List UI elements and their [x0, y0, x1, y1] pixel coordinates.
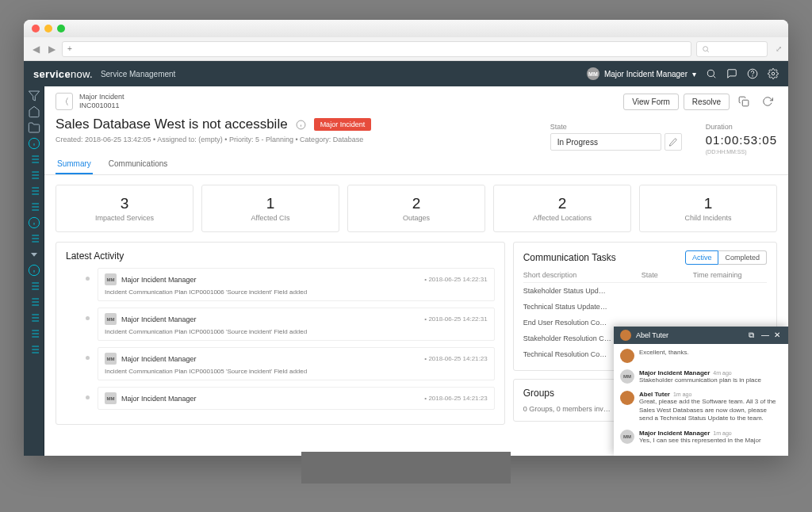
search-icon[interactable]: [706, 68, 717, 79]
record-type: Major Incident: [79, 93, 124, 101]
browser-search[interactable]: [696, 41, 768, 57]
chevron-down-icon: ▾: [692, 70, 696, 78]
mac-zoom-icon[interactable]: [57, 25, 65, 32]
user-menu[interactable]: MM Major Incident Manager ▾: [587, 67, 696, 80]
activity-avatar: MM: [105, 353, 117, 365]
info-icon[interactable]: [296, 120, 306, 130]
chat-msg-time: 1m ago: [713, 430, 731, 436]
activity-time: 2018-06-25 14:22:31: [424, 315, 487, 323]
activity-body: Incident Communication Plan ICP0001006 '…: [105, 328, 488, 335]
edit-state-button[interactable]: [665, 133, 682, 151]
chat-message: MMMajor Incident Manager1m agoYes, I can…: [620, 430, 782, 445]
list-icon[interactable]: [28, 153, 40, 166]
kpi-card[interactable]: 2Outages: [347, 185, 485, 232]
list-icon[interactable]: [28, 327, 40, 340]
home-icon[interactable]: [28, 105, 40, 118]
duration-format: (DD:HH:MM:SS): [706, 149, 777, 155]
sn-header: servicenow. Service Management MM Major …: [24, 61, 788, 86]
major-incident-badge: Major Incident: [314, 118, 372, 131]
activity-author: Major Incident Manager: [121, 276, 197, 284]
kpi-label: Affected CIs: [205, 214, 335, 222]
chat-msg-author: Major Incident Manager4m ago: [639, 369, 782, 376]
toggle-completed[interactable]: Completed: [718, 250, 767, 265]
chat-msg-text: Excellent, thanks.: [639, 349, 782, 357]
duration-value: 01:00:53:05: [706, 133, 777, 147]
list-icon[interactable]: [28, 311, 40, 324]
activity-item[interactable]: MMMajor Incident Manager2018-06-25 14:22…: [98, 268, 495, 301]
back-button[interactable]: 〈: [56, 93, 73, 110]
sn-logo: servicenow.: [33, 68, 93, 80]
kpi-label: Impacted Services: [59, 214, 190, 222]
resolve-button[interactable]: Resolve: [684, 94, 730, 110]
popout-icon[interactable]: ⧉: [749, 331, 756, 339]
chat-msg-text: Great, please add the Software team. All…: [639, 398, 782, 422]
svg-marker-31: [31, 253, 37, 257]
list-icon[interactable]: [28, 185, 40, 197]
record-title: Sales Database West is not accessbile: [56, 117, 288, 132]
filter-icon[interactable]: [28, 90, 40, 102]
monitor-stand: [301, 452, 511, 483]
chat-msg-author: Major Incident Manager1m ago: [639, 430, 782, 437]
fullscreen-icon[interactable]: ⤢: [776, 44, 782, 53]
activity-avatar: MM: [105, 313, 117, 325]
chat-msg-avatar: [620, 391, 634, 405]
comm-tasks-title: Communication Tasks: [523, 252, 616, 263]
chevron-down-icon[interactable]: [28, 248, 40, 261]
search-icon: [702, 45, 710, 53]
activity-time: 2018-06-25 14:21:23: [424, 395, 487, 402]
activity-avatar: MM: [105, 392, 117, 404]
chat-header[interactable]: Abel Tuter ⧉ — ✕: [614, 327, 788, 344]
sidebar-nav: [24, 86, 44, 456]
user-avatar: MM: [587, 67, 599, 80]
tab-summary[interactable]: Summary: [56, 155, 93, 174]
kpi-number: 1: [205, 195, 335, 212]
mac-minimize-icon[interactable]: [44, 25, 52, 32]
list-icon[interactable]: [28, 169, 40, 181]
activity-item[interactable]: MMMajor Incident Manager2018-06-25 14:21…: [98, 347, 495, 380]
info-icon[interactable]: [28, 216, 40, 229]
list-icon[interactable]: [28, 296, 40, 308]
view-form-button[interactable]: View Form: [623, 94, 679, 110]
user-name: Major Incident Manager: [604, 70, 688, 78]
list-icon[interactable]: [28, 232, 40, 245]
activity-item[interactable]: MMMajor Incident Manager2018-06-25 14:22…: [98, 308, 495, 341]
chat-msg-avatar: MM: [620, 369, 634, 384]
address-bar[interactable]: +: [62, 41, 691, 57]
gear-icon[interactable]: [768, 68, 779, 79]
list-icon[interactable]: [28, 280, 40, 292]
comm-tasks-toggle: Active Completed: [685, 250, 767, 265]
ct-col-state: State: [642, 271, 693, 279]
mac-close-icon[interactable]: [32, 25, 40, 32]
chat-icon[interactable]: [726, 68, 737, 79]
activity-avatar: MM: [105, 273, 117, 285]
state-field[interactable]: In Progress: [550, 133, 661, 151]
record-number: INC0010011: [79, 101, 124, 110]
comm-task-row[interactable]: Technical Status Update…: [523, 299, 767, 315]
info-icon[interactable]: [28, 137, 40, 150]
refresh-icon[interactable]: [758, 93, 777, 110]
copy-icon[interactable]: [734, 93, 753, 110]
kpi-label: Child Incidents: [643, 214, 773, 222]
tab-communications[interactable]: Communications: [107, 155, 169, 174]
list-icon[interactable]: [28, 343, 40, 356]
activity-body: Incident Communication Plan ICP0001005 '…: [105, 368, 488, 375]
minimize-icon[interactable]: —: [761, 331, 769, 339]
info-icon[interactable]: [28, 264, 40, 277]
kpi-card[interactable]: 3Impacted Services: [56, 185, 193, 232]
help-icon[interactable]: [747, 68, 758, 79]
nav-forward-icon[interactable]: ▶: [46, 44, 57, 55]
kpi-card[interactable]: 1Affected CIs: [201, 185, 339, 232]
folder-icon[interactable]: [28, 121, 40, 134]
toggle-active[interactable]: Active: [685, 250, 719, 265]
kpi-card[interactable]: 2Affected Locations: [493, 185, 631, 232]
close-icon[interactable]: ✕: [774, 331, 782, 339]
chat-msg-author: Abel Tuter1m ago: [639, 391, 782, 398]
svg-point-5: [753, 76, 753, 77]
comm-task-row[interactable]: Stakeholder Status Upd…: [523, 283, 767, 299]
activity-item[interactable]: MMMajor Incident Manager2018-06-25 14:21…: [98, 387, 495, 410]
kpi-card[interactable]: 1Child Incidents: [639, 185, 777, 232]
chat-msg-text: Yes, I can see this represented in the M…: [639, 437, 782, 445]
chat-avatar-icon: [620, 330, 631, 341]
list-icon[interactable]: [28, 201, 40, 213]
nav-back-icon[interactable]: ◀: [30, 44, 41, 55]
